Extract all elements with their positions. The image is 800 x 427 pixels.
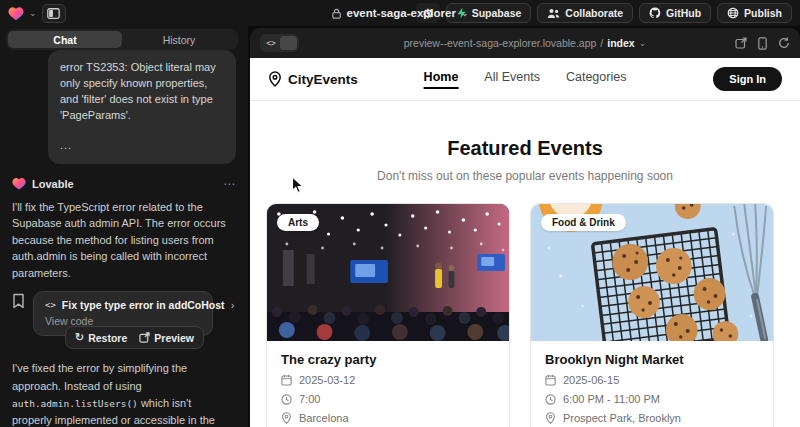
app-window: ⌄ event-saga-explorer ⌄ ⚙ [0,0,800,427]
refresh-icon[interactable] [778,37,790,49]
clock-icon [281,394,292,405]
event-location: Barcelona [299,412,349,424]
tab-chat-label: Chat [53,34,76,46]
people-icon [547,8,560,19]
hero-section: Featured Events Don't miss out on these … [250,137,800,183]
code-card-title: Fix type type error in addCoHost [62,299,225,311]
bookmark-icon[interactable] [12,293,25,309]
external-link-icon [139,332,150,343]
event-location-row: Barcelona [281,412,495,424]
clock-icon [545,394,556,405]
code-icon: <> [45,300,56,310]
category-badge: Food & Drink [541,214,626,231]
event-date: 2025-03-12 [299,374,355,386]
sidebar-tabbar: Chat History [6,29,238,50]
map-pin-icon [268,71,282,87]
section-title: Featured Events [250,137,800,160]
site-brand-name: CityEvents [288,72,358,87]
category-badge: Arts [277,214,319,231]
user-message-ellipsis: ... [60,138,224,154]
preview-button[interactable]: Preview [139,332,194,344]
open-in-new-tab-icon[interactable] [735,37,747,49]
event-time-row: 6:00 PM - 11:00 PM [545,393,759,405]
collaborate-button[interactable]: Collaborate [537,3,633,23]
message-menu-button[interactable]: ⋯ [223,177,236,191]
collaborate-label: Collaborate [565,7,623,19]
url-path: index [607,37,634,49]
code-preview-toggle[interactable]: <> [260,34,299,52]
url-bar[interactable]: preview--event-saga-explorer.lovable.app… [404,37,647,49]
event-cards: Arts The crazy party 2025-03-12 [250,183,800,427]
publish-button[interactable]: Publish [717,3,792,23]
url-separator: / [600,37,603,49]
lovable-heart-icon [12,177,26,190]
assistant-header: Lovable ⋯ [12,177,236,191]
site-header: CityEvents Home All Events Categories Si… [250,58,800,101]
supabase-label: Supabase [472,7,522,19]
calendar-icon [281,374,292,386]
event-card-body: The crazy party 2025-03-12 [267,341,509,427]
chat-sidebar: Chat History error TS2353: Object litera… [0,26,248,427]
chevron-down-icon: ⌄ [461,9,469,18]
nav-home[interactable]: Home [424,70,459,89]
section-subtitle: Don't miss out on these popular events h… [250,169,800,183]
panel-icon [47,8,60,19]
nav-all-events[interactable]: All Events [484,70,540,89]
assistant-intro-text: I'll fix the TypeScript error related to… [12,199,232,282]
map-pin-icon [281,412,292,424]
toggle-sidebar-button[interactable] [42,4,66,23]
event-date: 2025-06-15 [563,374,619,386]
project-name: event-saga-explorer [347,7,456,19]
event-image-1: Arts [267,204,509,341]
event-card-body: Brooklyn Night Market 2025-06-15 [531,341,773,427]
lock-icon [332,8,342,19]
event-card-2[interactable]: Food & Drink Brooklyn Night Market 2025-… [530,203,774,427]
outro-text-1: I've fixed the error by simplifying the … [12,362,187,391]
restore-icon: ↻ [75,331,84,344]
event-card-1[interactable]: Arts The crazy party 2025-03-12 [266,203,510,427]
event-date-row: 2025-06-15 [545,374,759,386]
mobile-view-icon[interactable] [758,37,767,50]
event-image-2: Food & Drink [531,204,773,341]
chat-messages: error TS2353: Object literal may only sp… [0,50,248,427]
lovable-logo-icon[interactable] [8,6,24,21]
tab-chat[interactable]: Chat [8,31,122,48]
url-host: preview--event-saga-explorer.lovable.app [404,37,597,49]
preview-view-toggle-segment[interactable] [280,36,297,50]
restore-button[interactable]: ↻ Restore [75,331,127,344]
tab-history[interactable]: History [122,31,236,48]
event-time: 7:00 [299,393,320,405]
preview-label: Preview [154,332,194,344]
event-time: 6:00 PM - 11:00 PM [563,393,660,405]
github-icon [649,7,661,19]
publish-label: Publish [744,7,782,19]
outro-code-1: auth.admin.listUsers() [12,398,138,409]
event-title: Brooklyn Night Market [545,352,759,367]
chevron-down-icon[interactable]: ⌄ [29,9,37,18]
event-title: The crazy party [281,352,495,367]
sign-in-button[interactable]: Sign In [713,67,782,91]
calendar-icon [545,374,556,386]
site-nav: Home All Events Categories [424,70,627,89]
chevron-right-icon: › [231,299,235,311]
site-preview: CityEvents Home All Events Categories Si… [250,58,800,427]
assistant-name: Lovable [32,178,74,190]
map-pin-icon [545,412,556,424]
project-switcher[interactable]: event-saga-explorer ⌄ [332,7,469,19]
top-bar: ⌄ event-saga-explorer ⌄ ⚙ [0,0,800,26]
github-button[interactable]: GitHub [639,3,711,23]
event-date-row: 2025-03-12 [281,374,495,386]
event-location-row: Prospect Park, Brooklyn [545,412,759,424]
user-message-bubble: error TS2353: Object literal may only sp… [48,50,236,164]
preview-toolbar: <> preview--event-saga-explorer.lovable.… [250,28,800,58]
globe-icon [727,7,739,19]
site-brand[interactable]: CityEvents [268,71,358,87]
code-view-icon[interactable]: <> [262,39,280,48]
chevron-down-icon: ⌄ [639,39,647,48]
nav-categories[interactable]: Categories [566,70,626,89]
version-actions: ↻ Restore Preview [65,326,204,349]
github-label: GitHub [666,7,701,19]
preview-panel: <> preview--event-saga-explorer.lovable.… [250,28,800,427]
code-change-block: <> Fix type type error in addCoHost › Vi… [12,291,236,336]
event-location: Prospect Park, Brooklyn [563,412,681,424]
